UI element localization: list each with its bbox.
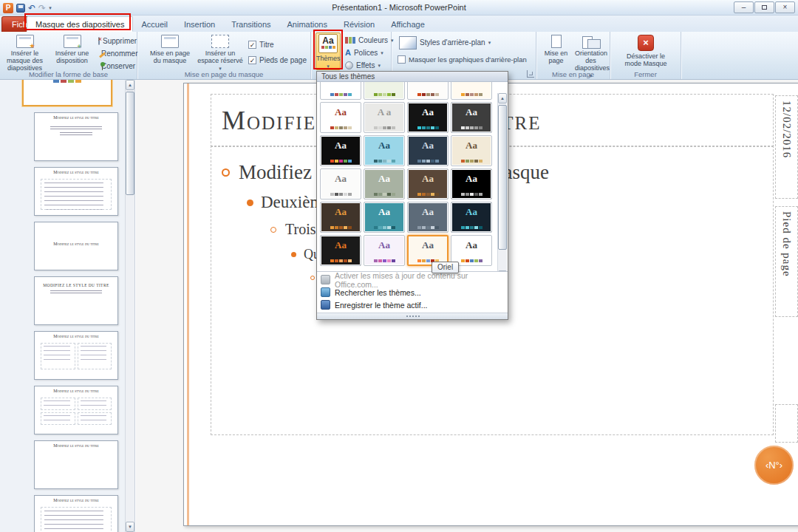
rename-button[interactable]: Renommer — [97, 47, 137, 60]
theme-swatch[interactable]: Aa — [451, 168, 492, 200]
slide-thumbnail[interactable]: Modifiez le style du titre — [34, 276, 118, 325]
theme-color-strip — [417, 226, 439, 229]
insert-slide-master-button[interactable]: ★ Insérer le masque des diapositives — [1, 33, 48, 70]
theme-fonts-button[interactable]: A Polices ▾ — [344, 47, 395, 59]
hide-background-graphics-checkbox[interactable]: Masquer les graphiques d'arrière-plan — [398, 55, 527, 64]
gallery-scrollbar[interactable]: ▲ ▼ — [497, 93, 507, 271]
theme-color-strip — [330, 93, 352, 96]
number-placeholder[interactable] — [775, 404, 798, 443]
themes-menu-item[interactable]: Enregistrer le thème actif... — [317, 299, 508, 311]
theme-color-strip — [417, 160, 439, 163]
tab-transitions[interactable]: Transitions — [223, 17, 279, 33]
theme-effects-button[interactable]: Effets ▾ — [344, 59, 395, 72]
close-master-view-button[interactable]: × Désactiver le mode Masque — [622, 33, 669, 70]
bullet-ring-icon — [222, 168, 230, 177]
group-edit-master: ★ Insérer le masque des diapositives ＋ I… — [0, 32, 137, 79]
theme-swatch[interactable]: Aa — [407, 135, 449, 166]
effects-icon — [345, 61, 353, 69]
slide-orientation-button[interactable]: Orientation des diapositives ▾ — [574, 33, 607, 70]
slide-thumbnail[interactable]: Modifiez le style du titre — [34, 167, 118, 216]
delete-button[interactable]: × Supprimer — [97, 35, 137, 47]
dialog-launcher-icon[interactable] — [527, 70, 534, 78]
theme-swatch[interactable]: Aa — [364, 168, 405, 200]
powerpoint-app-icon[interactable]: P — [3, 3, 13, 13]
orientation-icon — [582, 35, 600, 48]
insert-placeholder-button[interactable]: Insérer un espace réservé ▾ — [195, 33, 245, 70]
tab-accueil[interactable]: Accueil — [133, 17, 175, 33]
theme-swatch[interactable]: Aa — [451, 202, 492, 233]
theme-swatch[interactable]: Aa — [320, 202, 361, 233]
qat-customize-icon[interactable]: ▾ — [49, 5, 52, 11]
theme-swatch[interactable]: Aa — [407, 202, 449, 233]
theme-aa-label: Aa — [378, 239, 390, 250]
title-checkbox[interactable]: ✓ Titre — [248, 41, 307, 49]
themes-button[interactable]: Aa Thèmes ▾ — [316, 33, 341, 70]
maximize-icon — [762, 5, 767, 10]
minimize-button[interactable]: – — [734, 1, 754, 13]
theme-swatch[interactable]: Aa — [320, 102, 361, 133]
theme-accent-line — [187, 83, 189, 525]
footers-checkbox[interactable]: ✓ Pieds de page — [248, 56, 307, 64]
master-layout-button[interactable]: Mise en page du masque — [146, 33, 194, 70]
theme-swatch[interactable]: Aa — [320, 82, 361, 100]
theme-swatch[interactable]: Aa — [451, 82, 492, 100]
undo-icon[interactable]: ↶ — [28, 3, 35, 13]
theme-aa-label: Aa — [422, 173, 434, 184]
theme-aa-label: Aa — [422, 239, 434, 250]
theme-swatch[interactable]: Aa — [364, 235, 405, 266]
slide-number-badge[interactable]: ‹N°› — [754, 446, 794, 485]
scrollbar-thumb[interactable] — [498, 105, 507, 250]
theme-swatch[interactable]: Aa — [364, 202, 405, 233]
slide-thumbnail[interactable] — [22, 80, 112, 106]
scroll-up-icon[interactable]: ▲ — [498, 93, 507, 103]
theme-swatch[interactable]: Aa — [451, 135, 492, 166]
theme-swatch[interactable]: Aa — [364, 135, 405, 166]
group-page-setup: Mise en page Orientation des diapositive… — [536, 32, 610, 79]
scroll-up-icon[interactable]: ▲ — [126, 80, 134, 90]
background-styles-button[interactable]: Styles d'arrière-plan ▾ — [398, 36, 492, 49]
theme-swatch[interactable]: Aa — [407, 82, 449, 100]
sidebar-scrollbar[interactable]: ▲ ▼ — [125, 80, 134, 532]
theme-swatch[interactable]: Aa — [320, 168, 361, 200]
close-button[interactable]: × — [775, 1, 795, 13]
slide-thumbnail[interactable]: Modifiez le style du titre — [34, 495, 118, 532]
slide-thumbnail[interactable]: Modifiez le style du titre — [34, 386, 118, 434]
theme-swatch[interactable]: Aa — [364, 82, 405, 100]
page-setup-button[interactable]: Mise en page — [539, 33, 573, 70]
maximize-button[interactable] — [754, 1, 774, 13]
tab-animations[interactable]: Animations — [279, 17, 335, 33]
theme-swatch[interactable]: Aa — [320, 235, 361, 266]
slide-footer: Pied de page — [780, 211, 793, 277]
tab-insertion[interactable]: Insertion — [176, 17, 223, 33]
insert-slide-master-icon: ★ — [16, 35, 34, 48]
footer-placeholder[interactable]: Pied de page — [775, 206, 798, 317]
theme-color-strip — [417, 193, 439, 196]
theme-color-strip — [330, 226, 352, 229]
save-icon[interactable] — [16, 4, 25, 13]
theme-color-strip — [461, 259, 482, 262]
theme-swatch[interactable]: A a — [364, 102, 405, 133]
theme-swatch[interactable]: Aa — [407, 168, 449, 200]
date-placeholder[interactable]: 12/02/2016 — [775, 95, 798, 199]
theme-aa-label: Aa — [466, 106, 477, 117]
theme-swatch[interactable]: Aa — [320, 135, 361, 166]
scroll-down-icon[interactable]: ▼ — [126, 522, 134, 532]
theme-swatch[interactable]: Aa — [407, 102, 449, 133]
tab-masque-des-diapositives[interactable]: Masque des diapositives — [27, 16, 133, 32]
slide-thumbnail[interactable]: Modifiez le style du titre — [34, 112, 118, 161]
theme-swatch[interactable]: Aa — [451, 102, 492, 133]
theme-aa-label: Aa — [378, 206, 390, 217]
theme-aa-label: Aa — [378, 173, 390, 184]
scroll-down-icon[interactable]: ▼ — [498, 270, 507, 271]
scrollbar-thumb[interactable] — [126, 92, 134, 195]
tab-affichage[interactable]: Affichage — [383, 17, 433, 33]
resize-grip[interactable] — [317, 313, 508, 319]
slide-thumbnail[interactable]: Modifiez le style du titre — [34, 331, 118, 380]
group-label: Mise en page — [536, 70, 610, 79]
slide-thumbnail[interactable]: Modifiez le style du titre — [34, 440, 118, 489]
theme-aa-label: Aa — [422, 82, 434, 84]
theme-colors-button[interactable]: Couleurs ▾ — [344, 34, 395, 47]
tab-révision[interactable]: Révision — [335, 17, 383, 33]
slide-thumbnail[interactable]: Modifiez le style du titre — [34, 222, 118, 270]
insert-layout-button[interactable]: ＋ Insérer une disposition — [49, 33, 95, 70]
